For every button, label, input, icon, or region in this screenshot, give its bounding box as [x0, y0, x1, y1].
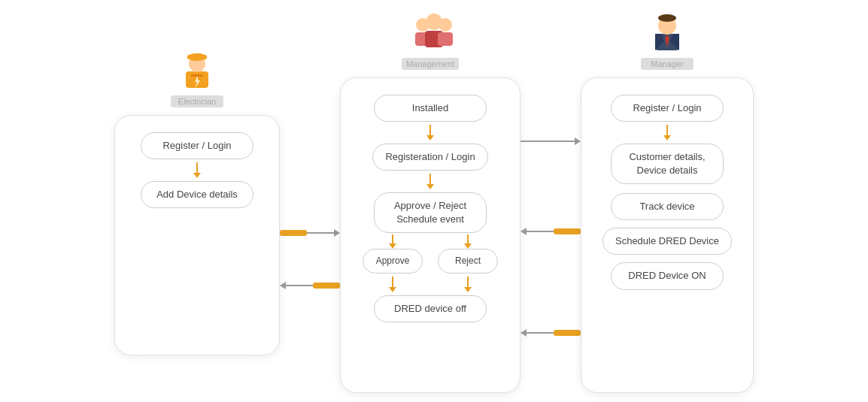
connector-middle-to-left — [280, 282, 340, 289]
arrow-reject-down — [464, 277, 472, 292]
arrow-mid-2 — [426, 174, 434, 189]
connector-left-to-middle — [280, 229, 340, 237]
arrow-mid-1 — [426, 125, 434, 141]
reject-branch: Reject — [438, 234, 498, 295]
group-avatar — [408, 10, 453, 55]
register-login-left-box: Register / Login — [141, 132, 253, 159]
approve-reject-schedule-box: Approve / Reject Schedule event — [374, 192, 487, 233]
manager-avatar — [645, 10, 690, 55]
left-phone-card: Register / Login Add Device details — [114, 115, 280, 355]
arrow-left-3 — [520, 329, 527, 337]
connector-right-to-middle-dred — [520, 329, 581, 337]
left-column: Electrician Register / Login Add Device … — [114, 47, 280, 355]
middle-phone-card: Installed Registeration / Login Approve … — [340, 77, 520, 393]
arrow-left-2 — [520, 228, 527, 235]
middle-avatar-label: Management — [402, 58, 459, 70]
approve-branch: Approve — [363, 234, 423, 295]
customer-device-details-box: Customer details, Device details — [611, 144, 724, 184]
right-phone-card: Register / Login Customer details, Devic… — [581, 77, 754, 393]
approve-box: Approve — [363, 249, 423, 274]
middle-column: Management Installed Registeration / Log… — [340, 10, 520, 393]
arrow-right-1 — [334, 229, 340, 237]
registration-login-box: Registeration / Login — [372, 144, 487, 171]
orange-bar-1 — [280, 230, 307, 236]
register-login-right-box: Register / Login — [611, 95, 724, 122]
right-column: Manager Register / Login Customer detail… — [581, 10, 754, 393]
svg-rect-4 — [191, 74, 203, 77]
orange-bar-2 — [313, 283, 340, 289]
arrow-right-1 — [663, 125, 671, 141]
arrow-down-1 — [193, 162, 201, 178]
arrow-right-2 — [575, 138, 581, 145]
svg-rect-11 — [438, 32, 453, 46]
middle-avatar-area: Management — [402, 10, 459, 70]
dred-device-on-box: DRED Device ON — [611, 262, 724, 289]
schedule-dred-device-box: Schedule DRED Device — [602, 228, 732, 255]
svg-rect-3 — [187, 55, 207, 59]
connector-right-to-middle-approve — [520, 228, 581, 235]
svg-point-15 — [658, 14, 676, 22]
track-device-box: Track device — [611, 193, 724, 220]
right-avatar-area: Manager — [641, 10, 693, 70]
orange-bar-4 — [554, 330, 581, 336]
installed-box: Installed — [374, 95, 487, 122]
left-avatar-area: Electrician — [171, 47, 223, 107]
svg-point-10 — [439, 18, 452, 32]
arrow-approve-down — [389, 277, 396, 292]
orange-bar-3 — [554, 228, 581, 234]
reject-box: Reject — [438, 249, 498, 274]
dred-device-off-box: DRED device off — [374, 295, 487, 322]
arrow-left-1 — [280, 282, 286, 289]
left-avatar-label: Electrician — [171, 95, 223, 107]
connector-middle-installed-to-right — [520, 138, 581, 145]
add-device-details-box: Add Device details — [141, 181, 253, 208]
right-avatar-label: Manager — [641, 58, 693, 70]
diagram: Electrician Register / Login Add Device … — [0, 0, 868, 402]
worker-avatar — [175, 47, 220, 92]
